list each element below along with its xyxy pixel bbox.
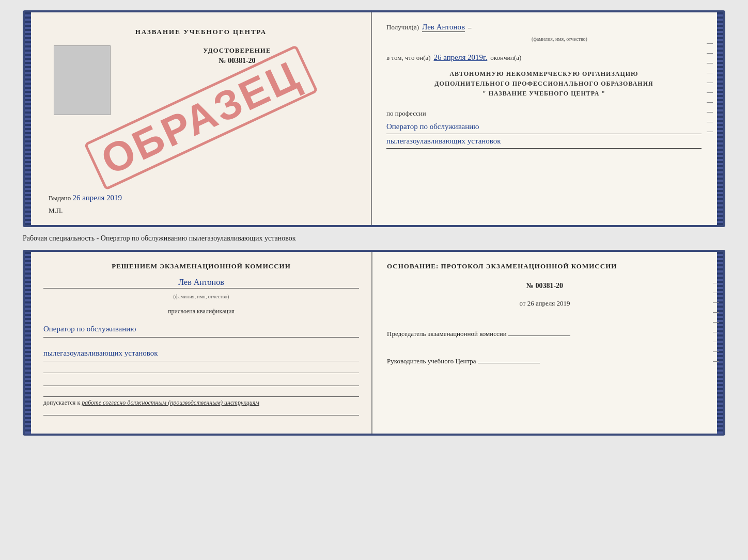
rukovoditel-block: Руководитель учебного Центра (387, 353, 703, 365)
side-tick (707, 43, 713, 44)
bottom-book: Решением экзаменационной комиссии Лев Ан… (23, 250, 725, 436)
predsedatel-block: Председатель экзаменационной комиссии (387, 325, 703, 338)
bottom-right-page: Основание: протокол экзаменационной коми… (372, 252, 717, 434)
poluchil-line: Получил(а) Лев Антонов – (386, 23, 702, 32)
book-edge-right (717, 12, 723, 225)
bottom-spine-left (25, 252, 31, 434)
cert-main-area: УДОСТОВЕРЕНИЕ № 00381-20 ОБРАЗЕЦ (43, 41, 359, 194)
mp-line: М.П. (49, 206, 63, 215)
side-tick (713, 293, 719, 293)
cert-right-page: Получил(а) Лев Антонов – (фамилия, имя, … (372, 12, 717, 225)
side-ticks (707, 43, 713, 132)
between-label: Рабочая специальность - Оператор по обсл… (23, 232, 725, 245)
ot-label: от (519, 299, 525, 307)
side-tick (713, 302, 719, 303)
resheniye-title: Решением экзаменационной комиссии (43, 262, 359, 270)
protocol-number: № 00381-20 (387, 282, 703, 290)
udostoverenie-block: УДОСТОВЕРЕНИЕ № 00381-20 (116, 46, 359, 65)
dopuskaetsya-prefix: допускается к (43, 399, 80, 406)
profession-line1: Оператор по обслуживанию (386, 120, 702, 134)
side-tick (707, 63, 713, 63)
org-block: АВТОНОМНУЮ НЕКОММЕРЧЕСКУЮ ОРГАНИЗАЦИЮ ДО… (386, 69, 702, 99)
bottom-fio-hint: (фамилия, имя, отчество) (43, 294, 359, 299)
cert-number: № 00381-20 (116, 57, 359, 65)
ot-date-value: 26 апреля 2019 (527, 299, 570, 307)
side-tick (713, 322, 719, 323)
vydano-line: Выдано 26 апреля 2019 (49, 194, 122, 202)
vydano-date: 26 апреля 2019 (73, 194, 122, 202)
photo-placeholder (54, 45, 111, 115)
school-title-top: НАЗВАНИЕ УЧЕБНОГО ЦЕНТРА (135, 28, 267, 36)
kvalif-line2: пылегазоулавливающих установок (43, 347, 359, 362)
recipient-fio: Лев Антонов (422, 23, 465, 32)
po-professii-label: по профессии (386, 109, 702, 118)
predsedatel-label: Председатель экзаменационной комиссии (387, 330, 507, 338)
rukovoditel-label: Руководитель учебного Центра (387, 357, 476, 365)
side-tick (707, 92, 713, 93)
side-tick (707, 132, 713, 132)
rukovoditel-signature-line (478, 363, 540, 363)
side-tick (713, 332, 719, 332)
org-line3: " НАЗВАНИЕ УЧЕБНОГО ЦЕНТРА " (386, 89, 702, 99)
bottom-left-page: Решением экзаменационной комиссии Лев Ан… (31, 252, 372, 434)
side-tick (707, 83, 713, 83)
osnovaniye-label: Основание: протокол экзаменационной коми… (387, 262, 703, 270)
udostoverenie-label: УДОСТОВЕРЕНИЕ (116, 46, 359, 55)
ot-date: от 26 апреля 2019 (387, 299, 703, 308)
book-spine-left (25, 12, 31, 225)
dopuskaetsya-text: работе согласно должностным (производств… (82, 399, 259, 406)
okончил-date: 26 апреля 2019г. (434, 53, 488, 62)
profession-line2: пылегазоулавливающих установок (386, 134, 702, 149)
v-tom-label: в том, что он(а) (386, 54, 431, 62)
side-tick (707, 122, 713, 122)
side-tick (713, 312, 719, 313)
predsedatel-signature-line (508, 335, 570, 336)
side-tick (713, 351, 719, 352)
side-tick (707, 73, 713, 73)
org-line1: АВТОНОМНУЮ НЕКОММЕРЧЕСКУЮ ОРГАНИЗАЦИЮ (386, 69, 702, 79)
certificate-book: НАЗВАНИЕ УЧЕБНОГО ЦЕНТРА УДОСТОВЕРЕНИЕ №… (23, 10, 725, 227)
kvalif-line1: Оператор по обслуживанию (43, 323, 359, 338)
okончил-label: окончил(а) (490, 54, 521, 62)
fio-hint-top: (фамилия, имя, отчество) (417, 36, 702, 42)
v-tom-line: в том, что он(а) 26 апреля 2019г. окончи… (386, 53, 702, 62)
bottom-side-ticks (713, 283, 719, 362)
obrazets-stamp: ОБРАЗЕЦ (84, 44, 318, 190)
side-tick (707, 53, 713, 54)
dopuskaetsya-block: допускается к работе согласно должностны… (43, 396, 359, 407)
prisvoena-text: присвоена квалификация (43, 308, 359, 315)
side-tick (713, 342, 719, 342)
side-tick (707, 112, 713, 113)
org-line2: ДОПОЛНИТЕЛЬНОГО ПРОФЕССИОНАЛЬНОГО ОБРАЗО… (386, 79, 702, 89)
bottom-fio: Лев Антонов (43, 278, 359, 289)
po-professii-block: по профессии Оператор по обслуживанию пы… (386, 109, 702, 149)
side-tick (707, 102, 713, 103)
vydano-label: Выдано (49, 194, 71, 202)
poluchil-dash: – (468, 23, 472, 31)
side-tick (713, 283, 719, 283)
cert-left-page: НАЗВАНИЕ УЧЕБНОГО ЦЕНТРА УДОСТОВЕРЕНИЕ №… (31, 12, 372, 225)
poluchil-label: Получил(а) (386, 23, 419, 31)
side-tick (713, 361, 719, 362)
